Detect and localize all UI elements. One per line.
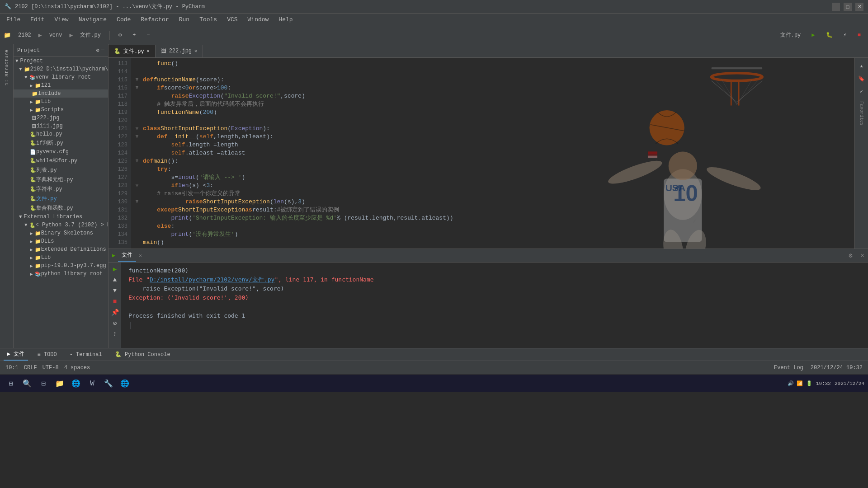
menu-navigate[interactable]: Navigate	[74, 14, 111, 25]
tree-item-python-lib[interactable]: ▶ 📚 python library root	[14, 270, 108, 278]
tree-item-ext-libs[interactable]: ▼ External Libraries	[14, 213, 108, 221]
settings-run-icon[interactable]: ⚙	[849, 252, 852, 259]
explorer-button[interactable]: 📁	[52, 376, 67, 391]
tree-item-project[interactable]: ▼ Project	[14, 57, 108, 65]
project-dropdown[interactable]: 2102	[14, 31, 35, 40]
run-button[interactable]: ▶	[808, 30, 818, 40]
tab-close-button[interactable]: ✕	[147, 48, 150, 54]
tree-item-lib2[interactable]: ▶ 📁 Lib	[14, 253, 108, 262]
stop-button[interactable]: ■	[854, 31, 864, 40]
settings-icon[interactable]: ⚙	[115, 30, 125, 40]
minimize-button[interactable]: ─	[832, 3, 840, 11]
tab-wenjianpy[interactable]: 🐍 文件.py ✕	[108, 45, 156, 57]
add-icon[interactable]: +	[129, 31, 139, 40]
menu-window[interactable]: Window	[243, 14, 274, 25]
start-button[interactable]: ⊞	[4, 376, 18, 391]
run-tab-close[interactable]: ✕	[139, 253, 142, 258]
pycharm-taskbar[interactable]: 🔧	[101, 376, 116, 391]
status-encoding[interactable]: UTF-8	[42, 365, 59, 371]
maximize-button[interactable]: □	[844, 3, 852, 11]
editor-main: 10 USA ✓	[108, 58, 868, 249]
todo-icon[interactable]: ✓	[856, 86, 867, 97]
gutter-fold[interactable]: ▽	[136, 125, 143, 133]
menu-file[interactable]: File	[2, 14, 25, 25]
taskbar: ⊞ 🔍 ⊟ 📁 🌐 W 🔧 🌐 🔊 📶 🔋 19:32 2021/12/24	[0, 374, 868, 392]
code-line-115: ▽ def functionName( score ):	[136, 76, 854, 84]
gutter-fold[interactable]: ▽	[136, 76, 143, 84]
close-button[interactable]: ✕	[855, 3, 863, 11]
bottom-tab-run[interactable]: ▶ 文件	[4, 348, 28, 361]
run-scroll-button[interactable]: ↕	[110, 329, 119, 338]
status-crlf[interactable]: CRLF	[24, 365, 37, 371]
run-down-button[interactable]: ▼	[110, 286, 119, 295]
tree-item-hellospy[interactable]: 🐍 hello.py	[14, 130, 108, 138]
menu-edit[interactable]: Edit	[26, 14, 49, 25]
tree-item-extended-defs[interactable]: ▶ 📁 Extended Definitions	[14, 245, 108, 253]
tree-item-venv[interactable]: ▼ 📚 venv library root	[14, 73, 108, 81]
tree-item-ifpy[interactable]: 🐍 if判断.py	[14, 138, 108, 148]
browser-button[interactable]: 🌐	[69, 376, 83, 391]
menu-refactor[interactable]: Refactor	[136, 14, 173, 25]
tree-item-222jpg[interactable]: 🖼 222.jpg	[14, 114, 108, 122]
menu-code[interactable]: Code	[112, 14, 135, 25]
run-stop-button[interactable]: ■	[110, 297, 119, 306]
left-sidebar: 1: Structure	[0, 44, 14, 348]
run-output-line-5	[128, 302, 861, 311]
tree-label: hello.py	[36, 131, 62, 137]
tree-item-2102[interactable]: ▼ 📁 2102 D:\install\pycharm\21	[14, 65, 108, 73]
run-output[interactable]: functionName(200) File "D:/install/pycha…	[121, 263, 868, 348]
minus-icon[interactable]: −	[143, 31, 153, 40]
tree-item-listpy[interactable]: 🐍 列表.py	[14, 165, 108, 175]
favorites-icon[interactable]: ★	[856, 61, 867, 71]
run-filter-button[interactable]: ⊘	[110, 319, 119, 328]
tree-item-121[interactable]: ▶ 📁 121	[14, 81, 108, 89]
debug-button[interactable]: 🐛	[822, 30, 836, 40]
status-indent[interactable]: 4 spaces	[64, 365, 90, 371]
tree-item-lib[interactable]: ▶ 📁 Lib	[14, 98, 108, 106]
tree-item-dictpy[interactable]: 🐍 字典和元组.py	[14, 175, 108, 184]
menu-help[interactable]: Help	[274, 14, 297, 25]
menu-run[interactable]: Run	[175, 14, 194, 25]
sidebar-tab-structure[interactable]: 1: Structure	[2, 46, 11, 89]
tree-item-pyvenvcfg[interactable]: 📄 pyvenv.cfg	[14, 148, 108, 156]
code-editor[interactable]: 10 USA ✓	[108, 58, 854, 249]
bottom-tab-console[interactable]: 🐍 Python Console	[111, 349, 174, 360]
gutter-fold[interactable]: ▽	[136, 157, 143, 165]
tab-close-button2[interactable]: ✕	[194, 48, 197, 54]
tree-item-whileforpy[interactable]: 🐍 while和for.py	[14, 156, 108, 165]
tab-222jpg[interactable]: 🖼 222.jpg ✕	[156, 45, 203, 57]
tree-item-python37[interactable]: ▼ 🐍 < Python 3.7 (2102) > D	[14, 221, 108, 229]
edge-button[interactable]: 🌐	[118, 376, 132, 391]
tree-item-binary-skeletons[interactable]: ▶ 📁 Binary Skeletons	[14, 229, 108, 237]
collapse-icon[interactable]: —	[101, 47, 104, 54]
run-pin-button[interactable]: 📌	[110, 308, 119, 317]
menu-tools[interactable]: Tools	[195, 14, 222, 25]
code-content[interactable]: func() ▽ def functionName( score ): ▽ if…	[131, 58, 854, 249]
window-controls[interactable]: ─ □ ✕	[832, 3, 863, 11]
tree-item-setfuncpy[interactable]: 🐍 集合和函数.py	[14, 203, 108, 213]
event-log[interactable]: Event Log	[774, 365, 803, 371]
tree-item-strpy[interactable]: 🐍 字符串.py	[14, 184, 108, 194]
tree-item-dlls[interactable]: ▶ 📁 DLLs	[14, 237, 108, 245]
word-button[interactable]: W	[85, 376, 99, 391]
task-view-button[interactable]: ⊟	[36, 376, 51, 391]
tree-item-filepy[interactable]: 🐍 文件.py	[14, 194, 108, 203]
menu-vcs[interactable]: VCS	[222, 14, 242, 25]
settings-icon[interactable]: ⚙	[96, 47, 99, 54]
tree-item-pip[interactable]: ▶ 📁 pip-19.0.3-py3.7.egg	[14, 262, 108, 270]
bookmark-icon[interactable]: 🔖	[856, 73, 867, 84]
venv-label[interactable]: venv	[46, 31, 66, 40]
bottom-tab-terminal[interactable]: ▪ Terminal	[66, 350, 106, 360]
file-label[interactable]: 文件.py	[76, 30, 104, 40]
tree-item-include[interactable]: 📁 Include	[14, 89, 108, 98]
search-button[interactable]: 🔍	[20, 376, 34, 391]
bottom-tab-todo[interactable]: ≡ TODO	[33, 350, 60, 360]
tree-item-scripts[interactable]: ▶ 📁 Scripts	[14, 106, 108, 114]
run-restart-button[interactable]: ▶	[110, 264, 119, 273]
hide-panel-icon[interactable]: ×	[861, 252, 864, 259]
tree-item-1111jpg[interactable]: 🖼 1111.jpg	[14, 122, 108, 130]
run-tab-file[interactable]: 文件	[118, 249, 136, 262]
run-up-button[interactable]: ▲	[110, 275, 119, 284]
menu-view[interactable]: View	[50, 14, 73, 25]
coverage-button[interactable]: ⚡	[840, 30, 850, 40]
